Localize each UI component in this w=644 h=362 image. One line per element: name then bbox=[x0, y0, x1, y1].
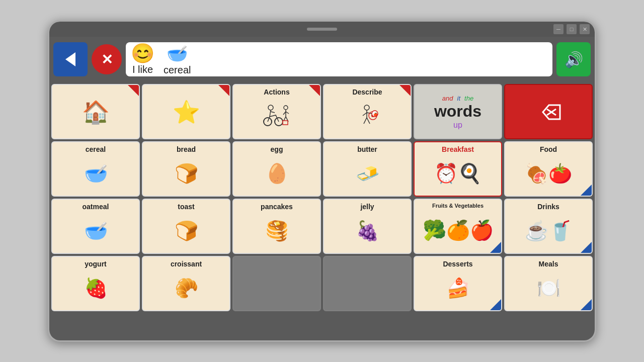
words-top-row: and it the bbox=[442, 95, 473, 102]
food-icon: 🍖🍅 bbox=[525, 154, 572, 194]
minimize-button[interactable]: ─ bbox=[553, 24, 564, 34]
oatmeal-label: oatmeal bbox=[83, 203, 109, 211]
clear-button[interactable]: ✕ bbox=[92, 44, 122, 74]
egg-icon: 🥚 bbox=[265, 154, 289, 194]
pancakes-cell[interactable]: pancakes 🥞 bbox=[232, 199, 321, 254]
backspace-icon bbox=[535, 88, 562, 136]
home-cell[interactable]: 🏠 bbox=[51, 84, 140, 139]
svg-marker-0 bbox=[65, 52, 75, 66]
desserts-icon: 🍰 bbox=[446, 268, 470, 308]
oatmeal-cell[interactable]: oatmeal 🥣 bbox=[51, 199, 140, 254]
favorites-cell[interactable]: ⭐ bbox=[142, 84, 230, 139]
fruits-veggies-label: Fruits & Vegetables bbox=[432, 203, 484, 209]
butter-label: butter bbox=[357, 145, 377, 154]
cereal-food-icon: 🥣 bbox=[84, 154, 108, 194]
back-button[interactable] bbox=[53, 42, 88, 76]
bread-icon: 🍞 bbox=[175, 154, 198, 194]
title-bar: ─ □ ✕ bbox=[49, 22, 595, 37]
fruits-veggies-icon: 🥦🍊🍎 bbox=[423, 209, 494, 251]
actions-icon bbox=[262, 97, 292, 136]
svg-point-11 bbox=[364, 105, 369, 110]
sentence-area: 😊 I like 🥣 cereal bbox=[126, 42, 552, 76]
croissant-label: croissant bbox=[171, 260, 202, 268]
smiley-icon: 😊 bbox=[131, 44, 154, 63]
svg-line-15 bbox=[363, 113, 367, 116]
empty-cell-1 bbox=[232, 256, 321, 311]
yogurt-cell[interactable]: yogurt 🍓 bbox=[51, 256, 140, 311]
toast-cell[interactable]: toast 🍞 bbox=[142, 199, 230, 254]
jelly-label: jelly bbox=[360, 203, 374, 211]
describe-icon: 🍎 bbox=[353, 97, 382, 136]
svg-point-4 bbox=[284, 106, 288, 110]
empty-cell-2 bbox=[323, 256, 412, 311]
meals-icon: 🍽️ bbox=[537, 268, 560, 308]
describe-label: Describe bbox=[352, 88, 382, 97]
jelly-icon: 🍇 bbox=[356, 211, 379, 251]
pancakes-label: pancakes bbox=[261, 203, 293, 211]
speaker-button[interactable]: 🔊 bbox=[556, 42, 591, 76]
drinks-cell[interactable]: Drinks ☕🥤 bbox=[504, 199, 593, 254]
actions-label: Actions bbox=[264, 88, 289, 97]
desserts-label: Desserts bbox=[443, 260, 472, 268]
egg-label: egg bbox=[271, 145, 283, 154]
egg-cell[interactable]: egg 🥚 bbox=[232, 141, 321, 197]
close-button[interactable]: ✕ bbox=[580, 24, 590, 34]
speaker-icon: 🔊 bbox=[565, 51, 583, 68]
desserts-cell[interactable]: Desserts 🍰 bbox=[414, 256, 502, 311]
breakfast-icon: ⏰🍳 bbox=[434, 154, 481, 194]
word-the: the bbox=[464, 95, 473, 102]
svg-line-13 bbox=[364, 118, 367, 124]
jelly-cell[interactable]: jelly 🍇 bbox=[323, 199, 412, 254]
meals-label: Meals bbox=[539, 260, 558, 268]
cereal-label: cereal bbox=[86, 145, 106, 154]
bread-label: bread bbox=[177, 145, 196, 154]
svg-line-9 bbox=[286, 112, 289, 114]
maximize-button[interactable]: □ bbox=[567, 24, 577, 34]
croissant-icon: 🥐 bbox=[175, 268, 198, 308]
sentence-label-cereal: cereal bbox=[164, 64, 191, 76]
svg-text:🍎: 🍎 bbox=[373, 112, 378, 117]
breakfast-cell[interactable]: Breakfast ⏰🍳 bbox=[414, 141, 502, 197]
actions-cell[interactable]: Actions bbox=[232, 84, 321, 139]
clear-icon: ✕ bbox=[101, 51, 113, 68]
drinks-label: Drinks bbox=[537, 203, 559, 211]
svg-rect-10 bbox=[283, 121, 288, 125]
food-label: Food bbox=[540, 145, 557, 154]
drinks-icon: ☕🥤 bbox=[525, 211, 572, 251]
cereal-cell[interactable]: cereal 🥣 bbox=[51, 141, 140, 197]
pancakes-icon: 🥞 bbox=[265, 211, 289, 251]
bread-cell[interactable]: bread 🍞 bbox=[142, 141, 230, 197]
backspace-cell[interactable] bbox=[504, 84, 593, 139]
yogurt-label: yogurt bbox=[85, 260, 107, 268]
food-cell[interactable]: Food 🍖🍅 bbox=[504, 141, 593, 197]
star-icon: ⭐ bbox=[173, 88, 200, 136]
back-arrow-icon bbox=[60, 49, 80, 69]
yogurt-icon: 🍓 bbox=[84, 268, 108, 308]
svg-point-1 bbox=[268, 105, 273, 110]
describe-cell[interactable]: Describe 🍎 bbox=[323, 84, 412, 139]
top-bar: ✕ 😊 I like 🥣 cereal 🔊 bbox=[49, 37, 595, 82]
fruits-veggies-cell[interactable]: Fruits & Vegetables 🥦🍊🍎 bbox=[414, 199, 502, 254]
word-and: and bbox=[442, 95, 453, 102]
svg-line-14 bbox=[367, 118, 370, 124]
word-words: words bbox=[434, 102, 481, 121]
croissant-cell[interactable]: croissant 🥐 bbox=[142, 256, 230, 311]
toast-icon: 🍞 bbox=[175, 211, 198, 251]
breakfast-label: Breakfast bbox=[442, 145, 474, 154]
meals-cell[interactable]: Meals 🍽️ bbox=[504, 256, 593, 311]
title-bar-handle bbox=[307, 28, 337, 31]
home-icon: 🏠 bbox=[82, 88, 110, 136]
symbol-grid: 🏠 ⭐ Actions bbox=[49, 82, 595, 340]
sentence-word-cereal: 🥣 cereal bbox=[164, 43, 191, 76]
tablet-frame: ─ □ ✕ ✕ 😊 I like 🥣 cereal bbox=[48, 20, 596, 342]
word-up: up bbox=[453, 121, 462, 130]
toast-label: toast bbox=[178, 203, 194, 211]
butter-icon: 🧈 bbox=[356, 154, 379, 194]
words-content: and it the words up bbox=[417, 88, 499, 136]
butter-cell[interactable]: butter 🧈 bbox=[323, 141, 412, 197]
words-cell[interactable]: and it the words up bbox=[414, 84, 502, 139]
app-container: ✕ 😊 I like 🥣 cereal 🔊 🏠 bbox=[49, 37, 595, 340]
cereal-icon: 🥣 bbox=[167, 43, 188, 63]
oatmeal-icon: 🥣 bbox=[84, 211, 108, 251]
title-bar-controls: ─ □ ✕ bbox=[553, 24, 590, 34]
